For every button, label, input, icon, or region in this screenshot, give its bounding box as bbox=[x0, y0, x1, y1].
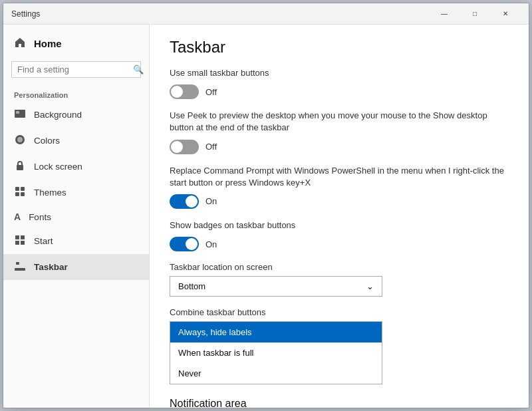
sidebar: Home 🔍 Personalization Background Colors bbox=[3, 25, 150, 408]
powershell-toggle-label: On bbox=[205, 196, 217, 206]
peek-desc: Use Peek to preview the desktop when you… bbox=[170, 110, 509, 134]
sidebar-item-fonts[interactable]: A Fonts bbox=[3, 206, 149, 228]
sidebar-home-button[interactable]: Home bbox=[3, 30, 149, 57]
sidebar-item-taskbar[interactable]: Taskbar bbox=[3, 254, 149, 280]
toggle-knob bbox=[171, 141, 183, 153]
window-controls: — □ ✕ bbox=[429, 3, 521, 25]
combine-option-full[interactable]: When taskbar is full bbox=[170, 342, 382, 363]
sidebar-item-themes[interactable]: Themes bbox=[3, 180, 149, 206]
colors-icon bbox=[14, 134, 26, 148]
home-label: Home bbox=[34, 38, 62, 49]
setting-peek: Use Peek to preview the desktop when you… bbox=[170, 110, 509, 154]
small-buttons-toggle[interactable] bbox=[170, 84, 199, 99]
powershell-desc: Replace Command Prompt with Windows Powe… bbox=[170, 165, 509, 189]
taskbar-location-container: Taskbar location on screen Bottom ⌄ bbox=[170, 262, 509, 297]
svg-rect-11 bbox=[15, 241, 19, 245]
toggle-knob bbox=[171, 86, 183, 98]
nav-label-lock-screen: Lock screen bbox=[34, 162, 82, 172]
taskbar-icon bbox=[14, 260, 26, 274]
svg-rect-6 bbox=[21, 187, 25, 191]
setting-powershell: Replace Command Prompt with Windows Powe… bbox=[170, 165, 509, 209]
nav-label-themes: Themes bbox=[34, 188, 66, 198]
nav-label-start: Start bbox=[34, 236, 53, 246]
minimize-button[interactable]: — bbox=[429, 3, 460, 25]
search-icon: 🔍 bbox=[133, 65, 144, 74]
taskbar-location-value: Bottom bbox=[178, 281, 205, 291]
start-icon bbox=[14, 234, 26, 248]
nav-label-fonts: Fonts bbox=[29, 212, 51, 222]
window-title: Settings bbox=[11, 9, 429, 19]
maximize-button[interactable]: □ bbox=[460, 3, 490, 25]
nav-label-colors: Colors bbox=[34, 136, 60, 146]
sidebar-item-background[interactable]: Background bbox=[3, 102, 149, 128]
svg-point-3 bbox=[17, 137, 23, 142]
title-bar: Settings — □ ✕ bbox=[3, 3, 529, 25]
search-box[interactable]: 🔍 bbox=[11, 61, 141, 78]
combine-buttons-label: Combine taskbar buttons bbox=[170, 307, 509, 317]
sidebar-item-lock-screen[interactable]: Lock screen bbox=[3, 154, 149, 180]
taskbar-location-label: Taskbar location on screen bbox=[170, 262, 509, 272]
small-buttons-desc: Use small taskbar buttons bbox=[170, 67, 509, 79]
svg-rect-8 bbox=[21, 192, 25, 196]
combine-option-always[interactable]: Always, hide labels bbox=[170, 322, 382, 342]
search-input[interactable] bbox=[17, 65, 129, 74]
small-buttons-toggle-row: Off bbox=[170, 84, 509, 99]
setting-small-buttons: Use small taskbar buttons Off bbox=[170, 67, 509, 99]
lock-icon bbox=[14, 160, 26, 174]
main-panel: Taskbar Use small taskbar buttons Off Us… bbox=[150, 25, 529, 408]
powershell-toggle[interactable] bbox=[170, 194, 199, 209]
sidebar-section-label: Personalization bbox=[3, 86, 149, 102]
powershell-toggle-row: On bbox=[170, 194, 509, 209]
combine-option-never[interactable]: Never bbox=[170, 363, 382, 384]
close-button[interactable]: ✕ bbox=[490, 3, 521, 25]
setting-badges: Show badges on taskbar buttons On bbox=[170, 219, 509, 251]
svg-rect-4 bbox=[17, 165, 23, 170]
notification-area-title: Notification area bbox=[170, 398, 509, 408]
svg-rect-0 bbox=[15, 110, 25, 118]
content-area: Home 🔍 Personalization Background Colors bbox=[3, 25, 529, 408]
peek-toggle-row: Off bbox=[170, 140, 509, 154]
svg-rect-14 bbox=[16, 262, 19, 265]
settings-window: Settings — □ ✕ Home 🔍 Personalization bbox=[3, 3, 529, 408]
taskbar-location-dropdown[interactable]: Bottom ⌄ bbox=[170, 276, 382, 297]
nav-label-background: Background bbox=[34, 110, 82, 120]
combine-buttons-container: Combine taskbar buttons Always, hide lab… bbox=[170, 307, 509, 384]
sidebar-item-colors[interactable]: Colors bbox=[3, 128, 149, 154]
badges-toggle[interactable] bbox=[170, 237, 199, 251]
peek-toggle-label: Off bbox=[205, 142, 217, 152]
combine-dropdown: Always, hide labels When taskbar is full… bbox=[170, 321, 382, 384]
peek-toggle[interactable] bbox=[170, 140, 199, 154]
svg-rect-7 bbox=[15, 192, 19, 196]
toggle-knob bbox=[186, 196, 198, 207]
svg-rect-12 bbox=[21, 241, 25, 245]
small-buttons-toggle-label: Off bbox=[205, 87, 217, 97]
page-title: Taskbar bbox=[170, 38, 509, 57]
svg-rect-13 bbox=[15, 268, 25, 271]
badges-toggle-label: On bbox=[205, 239, 217, 249]
background-icon bbox=[14, 108, 26, 122]
badges-toggle-row: On bbox=[170, 237, 509, 251]
svg-rect-5 bbox=[15, 187, 19, 191]
sidebar-item-start[interactable]: Start bbox=[3, 228, 149, 254]
svg-rect-9 bbox=[15, 235, 19, 239]
nav-label-taskbar: Taskbar bbox=[34, 262, 68, 272]
fonts-icon: A bbox=[14, 211, 21, 222]
svg-rect-1 bbox=[16, 111, 19, 114]
themes-icon bbox=[14, 186, 26, 200]
home-icon bbox=[14, 37, 26, 51]
chevron-down-icon: ⌄ bbox=[366, 281, 374, 291]
svg-rect-10 bbox=[21, 235, 25, 239]
toggle-knob bbox=[186, 238, 198, 250]
badges-desc: Show badges on taskbar buttons bbox=[170, 219, 509, 231]
